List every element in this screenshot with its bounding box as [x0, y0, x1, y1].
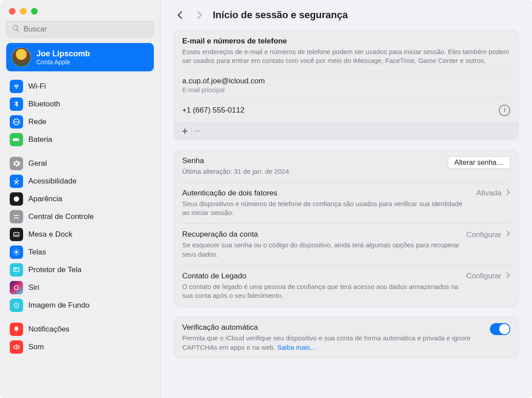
phone-value: +1 (667) 555-0112 [182, 106, 244, 115]
svg-point-6 [15, 251, 18, 254]
sidebar-item-screensaver[interactable]: Protetor de Tela [6, 261, 154, 279]
email-label: E-mail principal [182, 86, 510, 94]
appearance-icon [10, 192, 23, 206]
add-remove-toolbar [174, 122, 518, 140]
sidebar-item-label: Bluetooth [28, 100, 60, 109]
globe-icon [10, 115, 23, 129]
section-description: Esses endereços de e-mail e números de t… [182, 47, 510, 66]
add-button[interactable] [179, 125, 191, 137]
change-password-button[interactable]: Alterar senha… [448, 156, 510, 169]
sidebar-group-system: Geral Acessibilidade Aparência Central d… [6, 155, 154, 314]
setting-subtitle: Última alteração: 31 de jan. de 2024 [182, 167, 442, 176]
svg-point-3 [17, 218, 19, 219]
sidebar-item-notifications[interactable]: Notificações [6, 320, 154, 338]
sidebar-item-label: Acessibilidade [28, 177, 77, 186]
search-field[interactable] [6, 21, 154, 38]
wallpaper-icon [10, 299, 23, 312]
back-button[interactable] [174, 9, 186, 21]
svg-point-11 [16, 305, 17, 306]
battery-icon [10, 133, 23, 146]
search-icon [12, 24, 20, 34]
setting-description: O contato de legado é uma pessoa de conf… [182, 282, 460, 300]
svg-rect-8 [15, 268, 17, 270]
window-controls [6, 0, 154, 21]
chevron-right-icon [506, 272, 510, 281]
sidebar-item-label: Central de Controle [28, 212, 94, 221]
chevron-right-icon [506, 189, 510, 198]
email-phone-card: E-mail e números de telefone Esses ender… [174, 30, 519, 140]
sidebar-item-wallpaper[interactable]: Imagem de Fundo [6, 297, 154, 314]
header: Início de sessão e segurança [160, 0, 532, 27]
info-icon[interactable]: i [499, 105, 510, 116]
phone-row[interactable]: +1 (667) 555-0112 i [174, 98, 518, 122]
page-title: Início de sessão e segurança [213, 9, 348, 21]
sidebar-item-dock[interactable]: Mesa e Dock [6, 226, 154, 243]
wifi-icon [10, 80, 23, 93]
two-factor-row[interactable]: Autenticação de dois fatores Seus dispos… [174, 183, 518, 224]
email-row[interactable]: a.cup.of.joe@icloud.com E-mail principal [174, 72, 518, 98]
forward-button[interactable] [193, 9, 206, 21]
screensaver-icon [10, 263, 23, 277]
settings-window: Joe Lipscomb Conta Apple Wi-Fi Bluetooth… [0, 0, 532, 398]
sidebar-group-network: Wi-Fi Bluetooth Rede Bateria [6, 78, 154, 148]
sidebar-item-label: Mesa e Dock [28, 230, 72, 239]
sidebar-item-label: Som [28, 343, 44, 351]
sidebar-item-label: Bateria [28, 135, 52, 144]
sidebar-item-network[interactable]: Rede [6, 113, 154, 131]
sidebar-item-label: Siri [28, 283, 39, 292]
bell-icon [10, 323, 23, 336]
legacy-contact-row[interactable]: Contato de Legado O contato de legado é … [174, 265, 518, 307]
sidebar-item-accessibility[interactable]: Acessibilidade [6, 172, 154, 190]
action-label: Configurar [466, 230, 501, 239]
sidebar-item-label: Geral [28, 159, 47, 168]
security-card: Senha Última alteração: 31 de jan. de 20… [174, 150, 519, 307]
sidebar-item-displays[interactable]: Telas [6, 243, 154, 261]
setting-title: Contato de Legado [182, 272, 460, 281]
sidebar-item-battery[interactable]: Bateria [6, 131, 154, 148]
speaker-icon [10, 340, 23, 354]
main-panel: Início de sessão e segurança E-mail e nú… [160, 0, 532, 398]
content-scroll[interactable]: E-mail e números de telefone Esses ender… [160, 27, 532, 398]
search-input[interactable] [23, 25, 148, 34]
svg-point-9 [15, 286, 19, 290]
sidebar-item-label: Imagem de Fundo [28, 301, 90, 310]
sidebar-group-alerts: Notificações Som [6, 320, 154, 356]
sidebar-item-label: Wi-Fi [28, 82, 46, 91]
action-label: Configurar [466, 272, 501, 281]
auto-verify-row: Verificação automática Permita que o iCl… [174, 317, 518, 358]
sidebar-item-label: Telas [28, 248, 46, 257]
siri-icon [10, 281, 23, 294]
sidebar-item-sound[interactable]: Som [6, 338, 154, 356]
svg-rect-12 [195, 131, 200, 132]
auto-verify-toggle[interactable] [490, 323, 510, 335]
setting-description: Permita que o iCloud verifique seu dispo… [182, 334, 484, 352]
sidebar-item-bluetooth[interactable]: Bluetooth [6, 95, 154, 113]
chevron-right-icon [506, 230, 510, 239]
sidebar-item-label: Notificações [28, 325, 70, 334]
remove-button[interactable] [192, 125, 204, 137]
sidebar-item-account[interactable]: Joe Lipscomb Conta Apple [6, 43, 154, 71]
setting-title: Senha [182, 156, 442, 165]
svg-point-2 [16, 215, 17, 216]
accessibility-icon [10, 175, 23, 188]
fullscreen-window-button[interactable] [31, 8, 38, 15]
setting-title: Verificação automática [182, 323, 484, 332]
status-label: Ativada [476, 189, 501, 198]
sidebar: Joe Lipscomb Conta Apple Wi-Fi Bluetooth… [0, 0, 160, 398]
user-name: Joe Lipscomb [36, 49, 90, 59]
dock-icon [10, 228, 23, 241]
sidebar-item-label: Protetor de Tela [28, 265, 82, 274]
close-window-button[interactable] [9, 8, 16, 15]
sidebar-item-appearance[interactable]: Aparência [6, 190, 154, 208]
avatar [12, 47, 31, 67]
sidebar-item-general[interactable]: Geral [6, 155, 154, 172]
sidebar-item-control-center[interactable]: Central de Controle [6, 208, 154, 226]
sidebar-item-wifi[interactable]: Wi-Fi [6, 78, 154, 95]
email-value: a.cup.of.joe@icloud.com [182, 77, 510, 86]
learn-more-link[interactable]: Saiba mais… [277, 343, 317, 351]
sidebar-item-label: Aparência [28, 195, 63, 203]
sidebar-item-siri[interactable]: Siri [6, 279, 154, 297]
minimize-window-button[interactable] [20, 8, 27, 15]
user-subtitle: Conta Apple [36, 59, 90, 66]
account-recovery-row[interactable]: Recuperação da conta Se esquecer sua sen… [174, 224, 518, 265]
